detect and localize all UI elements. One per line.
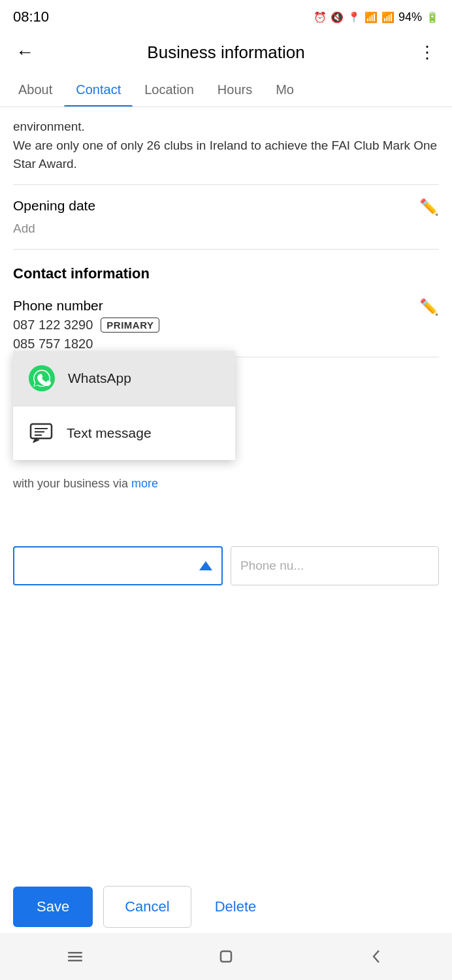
nav-back-icon (367, 947, 387, 966)
opening-date-row: Opening date ✏️ (0, 185, 452, 221)
phone-secondary-line: 085 757 1820 (13, 336, 159, 351)
dropdown-area: WhatsApp Text message with your business… (0, 357, 452, 592)
nav-menu-button[interactable] (56, 937, 95, 976)
phone-edit-icon[interactable]: ✏️ (419, 298, 439, 316)
primary-badge: PRIMARY (101, 318, 159, 333)
status-time: 08:10 (13, 8, 49, 25)
more-button[interactable]: ⋮ (413, 38, 442, 67)
opening-date-label: Opening date (13, 198, 95, 214)
app-bar: ← Business information ⋮ (0, 31, 452, 73)
dropdown-popup: WhatsApp Text message (13, 351, 235, 460)
contact-type-select[interactable] (13, 546, 223, 585)
svg-rect-8 (221, 951, 231, 962)
back-arrow-icon: ← (16, 42, 34, 63)
phone-primary-number: 087 122 3290 (13, 318, 93, 333)
phone-numbers-list: Phone number 087 122 3290 PRIMARY 085 75… (13, 298, 159, 351)
more-icon: ⋮ (419, 42, 436, 63)
nav-bar (0, 933, 452, 980)
back-button[interactable]: ← (10, 38, 39, 67)
nav-menu-icon (65, 947, 85, 966)
location-icon: 📍 (347, 11, 361, 24)
svg-rect-7 (68, 960, 82, 962)
content-area: environment. We are only one of only 26 … (0, 107, 452, 592)
opening-date-value: Add (0, 221, 452, 249)
dropdown-triangle-icon (199, 561, 212, 570)
battery-level: 94% (398, 10, 422, 24)
tab-about[interactable]: About (7, 73, 64, 106)
wifi-icon: 📶 (364, 11, 378, 24)
phone-secondary-number: 085 757 1820 (13, 336, 93, 351)
phone-number-label: Phone number (13, 298, 159, 314)
battery-icon: 🔋 (426, 11, 439, 24)
tab-hours[interactable]: Hours (206, 73, 264, 106)
text-message-label: Text message (67, 425, 152, 441)
contact-info-title: Contact information (0, 250, 452, 293)
opening-date-edit-icon[interactable]: ✏️ (419, 198, 439, 216)
delete-button[interactable]: Delete (202, 887, 270, 927)
dropdown-text-message-item[interactable]: Text message (13, 406, 235, 460)
tabs-container: About Contact Location Hours Mo (0, 73, 452, 107)
cancel-button[interactable]: Cancel (103, 886, 191, 928)
svg-rect-5 (68, 952, 82, 954)
tab-contact[interactable]: Contact (64, 73, 133, 106)
nav-home-icon (216, 947, 236, 966)
nav-home-button[interactable] (206, 937, 246, 976)
dropdown-whatsapp-item[interactable]: WhatsApp (13, 351, 235, 406)
bottom-buttons: Save Cancel Delete (0, 886, 452, 928)
text-message-icon (29, 421, 54, 446)
status-icons: ⏰ 🔇 📍 📶 📶 94% 🔋 (314, 10, 439, 24)
status-bar: 08:10 ⏰ 🔇 📍 📶 📶 94% 🔋 (0, 0, 452, 31)
nav-back-button[interactable] (357, 937, 396, 976)
tab-location[interactable]: Location (133, 73, 206, 106)
whatsapp-icon (29, 365, 55, 391)
more-link[interactable]: more (131, 477, 158, 490)
page-title: Business information (39, 42, 413, 63)
whatsapp-label: WhatsApp (68, 370, 131, 386)
phone-primary-line: 087 122 3290 PRIMARY (13, 318, 159, 333)
alarm-icon: ⏰ (314, 11, 327, 24)
save-button[interactable]: Save (13, 887, 93, 927)
phone-number-row: Phone number 087 122 3290 PRIMARY 085 75… (0, 293, 452, 357)
phone-number-input[interactable]: Phone nu... (231, 546, 439, 585)
description-text: environment. We are only one of only 26 … (0, 107, 452, 184)
tab-more[interactable]: Mo (264, 73, 306, 106)
contact-desc-text: with your business via (13, 477, 128, 490)
signal-icon: 📶 (381, 11, 395, 24)
svg-rect-6 (68, 956, 82, 958)
mute-icon: 🔇 (331, 11, 344, 24)
form-row: Phone nu... (0, 540, 452, 592)
phone-input-placeholder: Phone nu... (240, 559, 304, 573)
